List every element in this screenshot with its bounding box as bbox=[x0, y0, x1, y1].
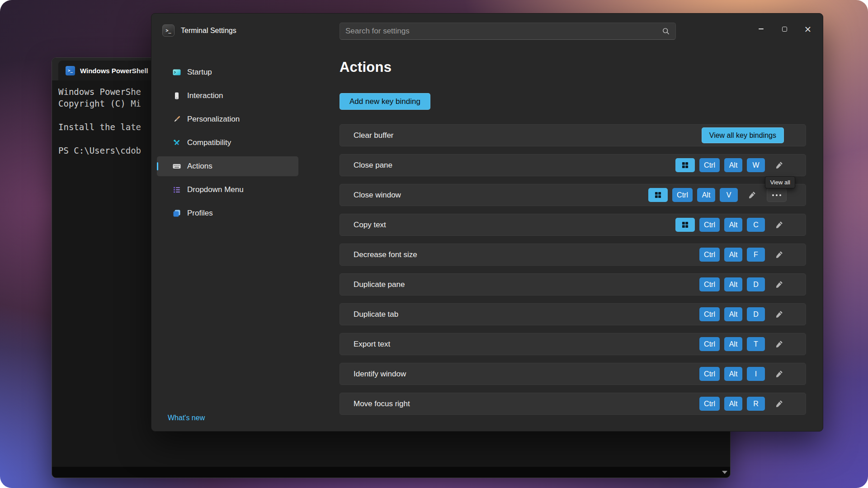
action-row[interactable]: Move focus right Ctrl Alt R bbox=[340, 393, 806, 415]
key-chip: D bbox=[747, 307, 765, 321]
pencil-icon bbox=[748, 191, 756, 199]
key-chip: T bbox=[747, 337, 765, 351]
sidebar-item-label: Personalization bbox=[187, 115, 240, 124]
key-chip: C bbox=[747, 218, 765, 232]
key-chip: Alt bbox=[724, 307, 742, 321]
search-icon[interactable] bbox=[662, 27, 670, 35]
scroll-down-arrow[interactable] bbox=[722, 471, 727, 474]
edit-binding-button[interactable] bbox=[771, 337, 787, 351]
powershell-icon: >_ bbox=[66, 66, 75, 75]
edit-binding-button[interactable] bbox=[771, 277, 787, 291]
sidebar-item-startup[interactable]: Startup bbox=[157, 62, 298, 82]
add-key-binding-button[interactable]: Add new key binding bbox=[340, 93, 430, 110]
window-controls: × bbox=[750, 21, 818, 37]
pencil-icon bbox=[775, 310, 783, 318]
win-key-chip bbox=[648, 188, 668, 202]
action-row[interactable]: Copy text Ctrl Alt C bbox=[340, 214, 806, 236]
close-icon: × bbox=[804, 24, 812, 33]
terminal-tab[interactable]: >_ Windows PowerShell bbox=[58, 61, 162, 80]
edit-binding-button[interactable] bbox=[744, 188, 760, 202]
sidebar-item-label: Interaction bbox=[187, 91, 223, 100]
interaction-icon bbox=[172, 91, 181, 100]
pencil-icon bbox=[775, 340, 783, 348]
key-chip: Alt bbox=[724, 337, 742, 351]
more-icon bbox=[772, 194, 774, 196]
action-label: Move focus right bbox=[354, 399, 699, 408]
action-label: Copy text bbox=[354, 221, 675, 230]
main-content: Actions Add new key binding View all Cle… bbox=[340, 48, 823, 431]
sidebar-item-actions[interactable]: Actions bbox=[157, 156, 298, 176]
windows-logo-icon bbox=[682, 162, 689, 169]
edit-binding-button[interactable] bbox=[771, 158, 787, 172]
key-chip: I bbox=[747, 367, 765, 381]
sidebar-item-compatibility[interactable]: Compatibility bbox=[157, 133, 298, 153]
compatibility-icon bbox=[172, 138, 181, 147]
maximize-button[interactable] bbox=[774, 21, 795, 37]
action-label: Export text bbox=[354, 340, 699, 349]
edit-binding-button[interactable] bbox=[771, 218, 787, 232]
window-title-group: >_ Terminal Settings bbox=[162, 24, 236, 37]
action-row[interactable]: Identify window Ctrl Alt I bbox=[340, 363, 806, 385]
window-title: Terminal Settings bbox=[181, 27, 236, 35]
startup-icon bbox=[172, 68, 181, 77]
key-chip: Alt bbox=[724, 367, 742, 381]
action-row[interactable]: Duplicate pane Ctrl Alt D bbox=[340, 273, 806, 296]
edit-binding-button[interactable] bbox=[771, 248, 787, 262]
key-chip: V bbox=[720, 188, 738, 202]
action-row[interactable]: Close window Ctrl Alt V bbox=[340, 184, 806, 206]
view-all-key-bindings-button[interactable]: View all key bindings bbox=[702, 127, 784, 143]
sidebar-item-label: Profiles bbox=[187, 209, 213, 218]
sidebar-item-profiles[interactable]: Profiles bbox=[157, 203, 298, 223]
action-row[interactable]: Close pane Ctrl Alt W bbox=[340, 154, 806, 176]
minimize-button[interactable] bbox=[750, 21, 771, 37]
sidebar-item-personalization[interactable]: Personalization bbox=[157, 109, 298, 129]
key-chip: Ctrl bbox=[672, 188, 693, 202]
action-row[interactable]: Export text Ctrl Alt T bbox=[340, 333, 806, 355]
action-label: Identify window bbox=[354, 370, 699, 379]
action-label: Clear buffer bbox=[354, 131, 702, 140]
key-chip: Ctrl bbox=[699, 218, 720, 232]
more-options-button[interactable] bbox=[767, 188, 787, 202]
action-row[interactable]: Decrease font size Ctrl Alt F bbox=[340, 244, 806, 266]
key-chip: Ctrl bbox=[699, 307, 720, 321]
key-chip: Ctrl bbox=[699, 158, 720, 172]
key-chip: W bbox=[747, 158, 765, 172]
search-box[interactable] bbox=[340, 23, 676, 40]
edit-binding-button[interactable] bbox=[771, 367, 787, 381]
minimize-icon bbox=[759, 28, 764, 29]
pencil-icon bbox=[775, 281, 783, 288]
key-chip: Ctrl bbox=[699, 248, 720, 262]
sidebar-item-label: Actions bbox=[187, 162, 212, 171]
key-chip: Alt bbox=[724, 158, 742, 172]
sidebar-item-dropdown-menu[interactable]: Dropdown Menu bbox=[157, 180, 298, 200]
action-row[interactable]: Clear buffer View all key bindings bbox=[340, 124, 806, 146]
terminal-bottom-bar bbox=[52, 467, 730, 478]
key-binding: View all key bindings bbox=[702, 127, 787, 143]
key-binding: Ctrl Alt D bbox=[699, 277, 787, 291]
action-label: Duplicate pane bbox=[354, 280, 699, 289]
action-label: Close pane bbox=[354, 161, 675, 170]
action-label: Decrease font size bbox=[354, 250, 699, 259]
key-chip: R bbox=[747, 397, 765, 411]
dropdown-menu-icon bbox=[172, 185, 181, 194]
edit-binding-button[interactable] bbox=[771, 307, 787, 321]
view-all-tooltip: View all bbox=[765, 176, 795, 188]
edit-binding-button[interactable] bbox=[771, 397, 787, 411]
terminal-tab-title: Windows PowerShell bbox=[80, 67, 148, 75]
profiles-icon bbox=[172, 209, 181, 218]
key-chip: F bbox=[747, 248, 765, 262]
sidebar-item-interaction[interactable]: Interaction bbox=[157, 86, 298, 106]
key-chip: Ctrl bbox=[699, 277, 720, 291]
windows-logo-icon bbox=[682, 221, 689, 228]
actions-icon bbox=[172, 162, 181, 171]
action-row[interactable]: Duplicate tab Ctrl Alt D bbox=[340, 303, 806, 325]
personalization-icon bbox=[172, 115, 181, 124]
actions-list: View all Clear buffer View all key bindi… bbox=[340, 124, 806, 415]
close-button[interactable]: × bbox=[797, 21, 818, 37]
key-chip: Ctrl bbox=[699, 397, 720, 411]
search-input[interactable] bbox=[345, 27, 662, 36]
key-binding: Ctrl Alt V bbox=[648, 188, 787, 202]
key-chip: Ctrl bbox=[699, 337, 720, 351]
whats-new-link[interactable]: What's new bbox=[168, 414, 205, 422]
key-binding: Ctrl Alt T bbox=[699, 337, 787, 351]
